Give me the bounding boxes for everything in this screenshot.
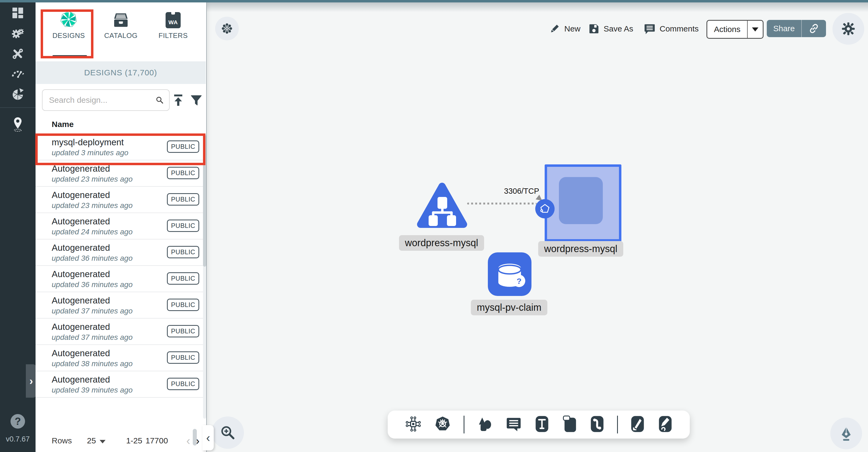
visibility-badge: PUBLIC [167, 351, 199, 364]
port-endpoint-badge[interactable] [535, 199, 555, 219]
zoom-in-button[interactable] [212, 417, 244, 449]
components-tool-button[interactable] [405, 415, 422, 434]
visibility-badge: PUBLIC [167, 299, 199, 311]
design-name: Autogenerated [52, 269, 110, 279]
comments-button[interactable]: Comments [644, 21, 699, 37]
node-pvc-mysql-pv-claim[interactable]: ? [488, 252, 531, 296]
tab-filters[interactable]: WA FILTERS [148, 12, 199, 40]
design-updated: updated 37 minutes ago [52, 307, 132, 315]
configuration-tools-icon [11, 47, 24, 60]
media-tool-button[interactable] [562, 415, 578, 434]
panel-header: DESIGNS (17,700) [35, 61, 206, 84]
save-as-button[interactable]: Save As [589, 21, 633, 37]
kubernetes-tool-button[interactable] [434, 415, 452, 434]
share-button-label: Share [767, 24, 801, 33]
tab-catalog[interactable]: CATALOG [95, 13, 147, 40]
visibility-badge: PUBLIC [167, 193, 199, 205]
rows-label: Rows [52, 436, 72, 445]
design-list-item[interactable]: Autogenerated updated 37 minutes ago PUB… [35, 319, 206, 345]
window-top-strip [0, 0, 868, 2]
sidebar-item-lifecycle[interactable] [0, 23, 35, 43]
save-icon [589, 23, 599, 34]
edge-port-label: 3306/TCP [504, 187, 539, 196]
design-list-item[interactable]: Autogenerated updated 23 minutes ago PUB… [35, 187, 206, 213]
pencil-icon [549, 23, 560, 34]
design-name: Autogenerated [52, 243, 110, 253]
sidebar-item-performance[interactable] [0, 63, 35, 83]
designs-list: mysql-deployment updated 3 minutes ago P… [35, 133, 206, 398]
design-updated: updated 36 minutes ago [52, 254, 132, 263]
comment-tool-button[interactable] [506, 416, 522, 433]
canvas-top-shade [207, 2, 868, 12]
design-name: Autogenerated [52, 216, 110, 227]
search-box [42, 89, 169, 111]
share-button[interactable]: Share [767, 20, 826, 37]
app-version: v0.7.67 [0, 435, 35, 443]
pencil-tool-icon [657, 415, 673, 432]
visibility-badge: PUBLIC [167, 325, 199, 337]
volume-database-icon: ? [488, 252, 531, 296]
design-updated: updated 24 minutes ago [52, 228, 132, 236]
toolbar-divider [464, 416, 464, 433]
canvas-menu-button[interactable] [215, 17, 239, 40]
design-list-item[interactable]: Autogenerated updated 38 minutes ago PUB… [35, 345, 206, 371]
help-button[interactable]: ? [10, 414, 25, 429]
design-name: Autogenerated [52, 322, 110, 332]
components-icon [405, 415, 422, 432]
design-list-item[interactable]: Autogenerated updated 37 minutes ago PUB… [35, 292, 206, 319]
actions-dropdown-button[interactable] [748, 27, 763, 31]
settings-button[interactable] [833, 13, 864, 45]
actions-button[interactable]: Actions [707, 20, 764, 39]
shapes-tool-button[interactable] [476, 415, 494, 434]
visibility-badge: PUBLIC [167, 167, 199, 179]
actions-button-label: Actions [707, 25, 747, 34]
save-as-button-label: Save As [603, 24, 633, 33]
sidebar-expand-button[interactable]: › [26, 364, 37, 398]
edge-service-to-deployment[interactable] [467, 203, 536, 204]
drawer-scrollbar-thumb[interactable] [193, 429, 197, 446]
scalpel-tool-button[interactable] [630, 415, 645, 434]
node-deployment-wordpress-mysql[interactable] [545, 164, 621, 241]
design-name: Autogenerated [52, 190, 110, 200]
pen-nib-icon [838, 426, 854, 441]
dot-mesh-icon [221, 22, 233, 35]
kanvas-pin-icon [11, 117, 24, 132]
design-list-item[interactable]: Autogenerated updated 36 minutes ago PUB… [35, 266, 206, 292]
app-sidebar: › ? v0.7.67 [0, 2, 35, 452]
column-header-name: Name [52, 120, 74, 129]
whiteboard-pen-button[interactable] [830, 418, 862, 449]
node-service-wordpress-mysql[interactable] [417, 182, 467, 229]
copy-link-button[interactable] [802, 23, 826, 34]
page-size-select[interactable]: 25 [87, 436, 96, 445]
zoom-in-icon [219, 424, 236, 441]
visibility-badge: PUBLIC [167, 272, 199, 285]
design-list-item[interactable]: Autogenerated updated 24 minutes ago PUB… [35, 213, 206, 239]
visibility-badge: PUBLIC [167, 220, 199, 232]
annotation-designs-tab [41, 9, 93, 58]
link-tool-button[interactable] [589, 415, 605, 434]
text-tool-button[interactable] [534, 415, 550, 434]
design-updated: updated 39 minutes ago [52, 386, 132, 394]
tab-catalog-label: CATALOG [104, 31, 137, 40]
sidebar-item-kanvas[interactable] [0, 114, 35, 134]
pagination-bar: Rows 25 1-25 17700 ‹ › [35, 429, 206, 452]
sidebar-item-configuration[interactable] [0, 44, 35, 64]
sidebar-item-extensions[interactable] [0, 84, 35, 104]
prev-page-button[interactable]: ‹ [184, 435, 193, 447]
search-input[interactable] [42, 96, 156, 105]
drawer-collapse-button[interactable]: ‹ [203, 425, 214, 450]
design-list-item[interactable]: Autogenerated updated 36 minutes ago PUB… [35, 239, 206, 266]
kubernetes-icon [434, 415, 452, 433]
tab-filters-label: FILTERS [159, 31, 188, 40]
page-size-caret-icon[interactable] [100, 436, 105, 445]
import-design-button[interactable] [172, 94, 184, 108]
node-label-deployment: wordpress-mysql [538, 241, 623, 257]
svg-text:?: ? [517, 277, 522, 286]
design-list-item[interactable]: Autogenerated updated 39 minutes ago PUB… [35, 371, 206, 398]
new-button[interactable]: New [549, 21, 581, 37]
caret-down-icon [752, 27, 758, 31]
pencil-tool-button[interactable] [657, 415, 673, 434]
sidebar-item-dashboard[interactable] [0, 3, 35, 23]
design-name: Autogenerated [52, 375, 110, 385]
filter-list-button[interactable] [191, 95, 202, 107]
